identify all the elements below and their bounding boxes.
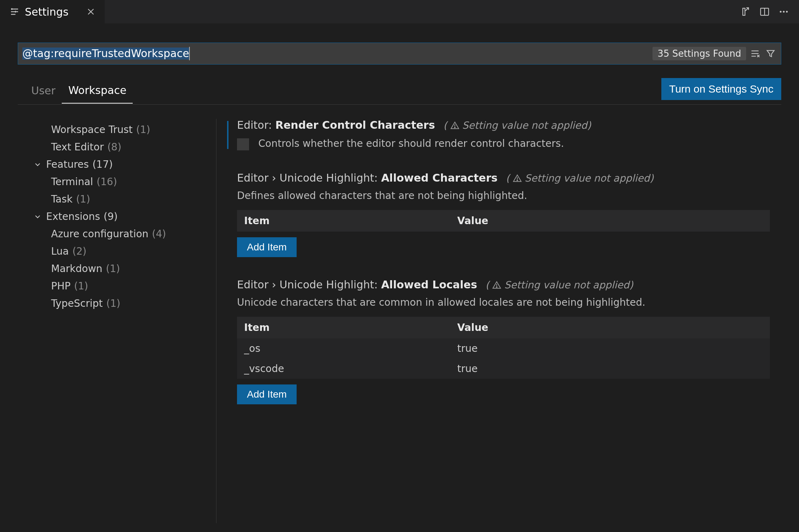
svg-point-22 [496, 287, 497, 287]
toc-count: (17) [92, 159, 112, 170]
toc-count: (1) [106, 263, 120, 275]
checkbox[interactable] [237, 138, 249, 150]
toc-count: (4) [152, 228, 166, 240]
setting-title: Editor › Unicode Highlight: Allowed Char… [237, 172, 770, 184]
setting-render-control-characters: Editor: Render Control Characters ( Sett… [237, 119, 770, 150]
setting-title: Editor › Unicode Highlight: Allowed Loca… [237, 278, 770, 291]
chevron-down-icon [33, 212, 43, 221]
scope-tab-workspace[interactable]: Workspace [62, 79, 133, 104]
setting-description: Defines allowed characters that are not … [237, 190, 770, 201]
toc-label: Extensions [46, 211, 100, 222]
add-item-button[interactable]: Add Item [237, 384, 297, 404]
warning-icon [450, 121, 459, 130]
settings-sync-button[interactable]: Turn on Settings Sync [661, 78, 781, 100]
svg-point-10 [783, 11, 785, 13]
toc-label: Text Editor [51, 141, 104, 153]
setting-group: Editor › Unicode Highlight: [237, 278, 378, 291]
search-value: @tag:requireTrustedWorkspace [22, 48, 189, 60]
svg-point-18 [454, 127, 455, 128]
more-actions-icon[interactable] [778, 6, 789, 17]
close-icon[interactable] [86, 7, 95, 16]
paren-open: ( [506, 172, 510, 184]
clear-search-icon[interactable] [750, 48, 760, 59]
toc-label: TypeScript [51, 298, 103, 309]
filter-icon[interactable] [765, 48, 776, 59]
toc-extensions[interactable]: Extensions (9) [29, 208, 216, 225]
setting-group: Editor › Unicode Highlight: [237, 172, 378, 184]
toc-label: PHP [51, 280, 71, 292]
toc-label: Terminal [51, 176, 93, 188]
chevron-down-icon [33, 160, 43, 169]
toc-markdown[interactable]: Markdown (1) [29, 260, 216, 277]
toc-count: (1) [106, 298, 121, 309]
toc-count: (2) [72, 245, 87, 257]
tab-bar-empty [105, 0, 730, 23]
setting-not-applied: ( Setting value not applied) [506, 172, 654, 184]
toc-lua[interactable]: Lua (2) [29, 243, 216, 260]
settings-search[interactable]: @tag:requireTrustedWorkspace 35 Settings… [18, 43, 781, 65]
toc-typescript[interactable]: TypeScript (1) [29, 295, 216, 312]
toc-label: Markdown [51, 263, 103, 275]
table-header-row: Item Value [237, 210, 770, 232]
col-item: Item [237, 210, 450, 232]
setting-description: Controls whether the editor should rende… [258, 138, 564, 149]
editor-tab-bar: Settings [0, 0, 799, 23]
allowed-characters-table: Item Value [237, 210, 770, 232]
setting-description: Unicode characters that are common in al… [237, 297, 770, 308]
cell-value: true [450, 338, 770, 359]
setting-allowed-characters: Editor › Unicode Highlight: Allowed Char… [237, 172, 770, 257]
toc-count: (1) [74, 280, 88, 292]
cell-item: _os [237, 338, 450, 359]
add-item-button[interactable]: Add Item [237, 237, 297, 257]
setting-name: Allowed Locales [381, 278, 477, 291]
col-item: Item [237, 317, 450, 338]
toc-count: (16) [97, 176, 117, 188]
search-input[interactable]: @tag:requireTrustedWorkspace [18, 43, 652, 64]
text-caret [189, 47, 190, 60]
setting-name: Render Control Characters [275, 119, 435, 131]
col-value: Value [450, 210, 770, 232]
settings-toc: Workspace Trust (1) Text Editor (8) Feat… [18, 119, 216, 523]
setting-name: Allowed Characters [381, 172, 497, 184]
modified-indicator [227, 121, 228, 149]
not-applied-text: Setting value not applied) [504, 279, 633, 291]
tab-actions [730, 0, 799, 23]
settings-list: Editor: Render Control Characters ( Sett… [216, 119, 781, 523]
open-changes-icon[interactable] [740, 6, 751, 17]
toc-azure[interactable]: Azure configuration (4) [29, 225, 216, 243]
tab-settings[interactable]: Settings [0, 0, 105, 23]
tab-title: Settings [25, 6, 68, 18]
setting-not-applied: ( Setting value not applied) [485, 279, 633, 291]
split-editor-icon[interactable] [759, 6, 770, 17]
scope-tab-user[interactable]: User [25, 79, 62, 103]
toc-features[interactable]: Features (17) [29, 156, 216, 173]
svg-point-9 [780, 11, 782, 13]
not-applied-text: Setting value not applied) [462, 120, 591, 131]
toc-count: (1) [76, 193, 90, 205]
allowed-locales-table: Item Value _os true _vscode true [237, 317, 770, 379]
toc-text-editor[interactable]: Text Editor (8) [29, 138, 216, 156]
toc-task[interactable]: Task (1) [29, 190, 216, 208]
toc-label: Features [46, 159, 89, 170]
toc-label: Task [51, 193, 72, 205]
paren-open: ( [443, 120, 447, 131]
toc-count: (1) [136, 124, 150, 135]
table-header-row: Item Value [237, 317, 770, 338]
setting-not-applied: ( Setting value not applied) [443, 120, 591, 131]
toc-workspace-trust[interactable]: Workspace Trust (1) [29, 121, 216, 138]
not-applied-text: Setting value not applied) [525, 172, 654, 184]
toc-count: (8) [107, 141, 121, 153]
table-row[interactable]: _vscode true [237, 359, 770, 379]
setting-allowed-locales: Editor › Unicode Highlight: Allowed Loca… [237, 278, 770, 404]
settings-scope-tabs: User Workspace Turn on Settings Sync [18, 78, 781, 105]
svg-point-20 [517, 180, 518, 181]
toc-count: (9) [104, 211, 118, 222]
setting-title: Editor: Render Control Characters ( Sett… [237, 119, 770, 131]
table-row[interactable]: _os true [237, 338, 770, 359]
toc-terminal[interactable]: Terminal (16) [29, 173, 216, 190]
svg-point-11 [786, 11, 788, 13]
toc-label: Workspace Trust [51, 124, 133, 135]
settings-list-icon [9, 6, 20, 17]
toc-php[interactable]: PHP (1) [29, 277, 216, 295]
warning-icon [492, 281, 501, 290]
